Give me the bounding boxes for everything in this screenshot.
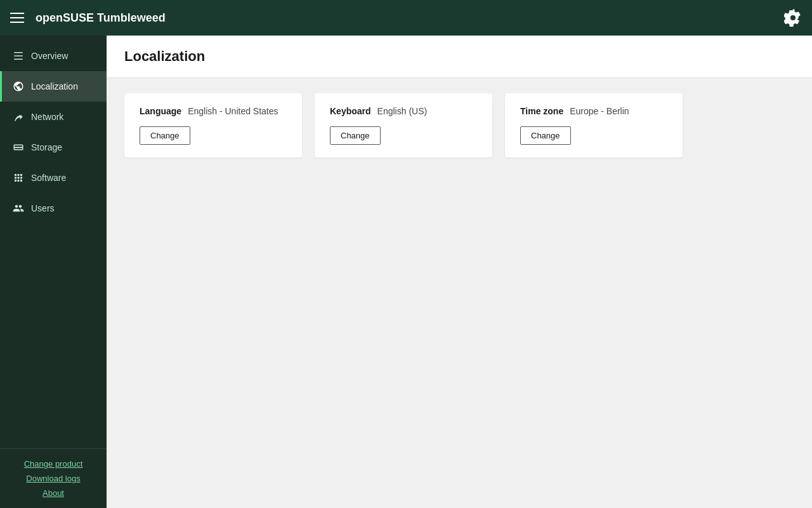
change-product-link[interactable]: Change product (10, 459, 96, 469)
sidebar-item-users[interactable]: Users (0, 193, 107, 224)
timezone-change-button[interactable]: Change (520, 126, 571, 145)
sidebar-item-network[interactable]: Network (0, 102, 107, 132)
keyboard-card-header: Keyboard English (US) (330, 106, 477, 116)
users-icon (12, 202, 25, 215)
sidebar-bottom: Change product Download logs About (0, 448, 107, 508)
sidebar-item-label: Software (31, 173, 66, 183)
language-value: English - United States (188, 106, 278, 116)
keyboard-card: Keyboard English (US) Change (315, 93, 492, 157)
page-title: Localization (124, 48, 794, 65)
sidebar-nav: Overview Localization Network (0, 36, 107, 448)
list-icon (12, 50, 25, 62)
timezone-card: Time zone Europe - Berlin Change (505, 93, 683, 157)
menu-button[interactable] (10, 10, 25, 25)
download-logs-link[interactable]: Download logs (10, 474, 96, 483)
storage-icon (12, 141, 25, 154)
sidebar-item-label: Network (31, 112, 63, 122)
sidebar-item-localization[interactable]: Localization (0, 71, 107, 102)
sidebar-item-storage[interactable]: Storage (0, 132, 107, 163)
topbar: openSUSE Tumbleweed (0, 0, 812, 36)
language-change-button[interactable]: Change (140, 126, 190, 145)
timezone-card-header: Time zone Europe - Berlin (520, 106, 667, 116)
language-card-header: Language English - United States (140, 106, 287, 116)
sidebar-item-label: Users (31, 203, 55, 213)
main-content: Localization Language English - United S… (107, 36, 812, 508)
sidebar: Overview Localization Network (0, 36, 107, 508)
sidebar-item-software[interactable]: Software (0, 163, 107, 193)
keyboard-value: English (US) (377, 106, 428, 116)
sidebar-item-label: Storage (31, 142, 62, 152)
language-card: Language English - United States Change (124, 93, 302, 157)
keyboard-label: Keyboard (330, 106, 371, 116)
settings-icon[interactable] (784, 9, 802, 27)
sidebar-item-label: Overview (31, 51, 68, 61)
sidebar-item-label: Localization (31, 81, 78, 91)
timezone-value: Europe - Berlin (570, 106, 629, 116)
keyboard-change-button[interactable]: Change (330, 126, 381, 145)
language-label: Language (140, 106, 181, 116)
network-icon (12, 110, 25, 123)
grid-icon (12, 171, 25, 184)
timezone-label: Time zone (520, 106, 563, 116)
cards-area: Language English - United States Change … (107, 78, 812, 173)
app-title: openSUSE Tumbleweed (36, 11, 784, 25)
globe-icon (12, 80, 25, 93)
about-link[interactable]: About (10, 488, 96, 498)
layout: Overview Localization Network (0, 36, 812, 508)
sidebar-item-overview[interactable]: Overview (0, 41, 107, 71)
page-header: Localization (107, 36, 812, 78)
